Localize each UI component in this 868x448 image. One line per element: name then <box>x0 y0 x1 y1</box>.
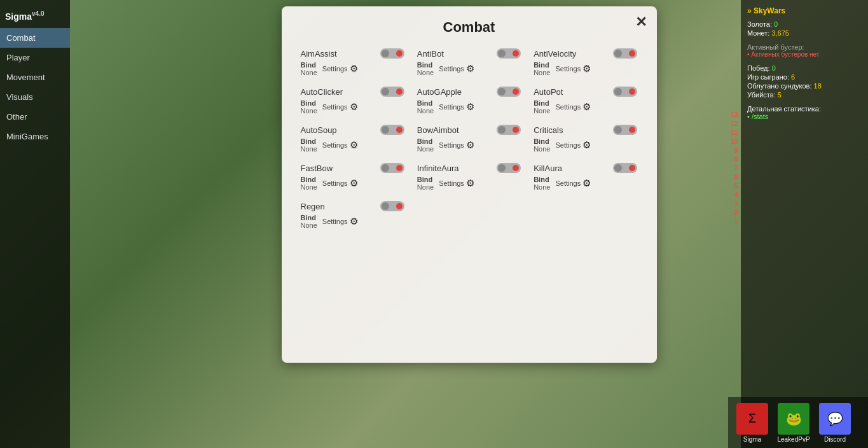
bind-section[interactable]: BindNone <box>417 176 434 191</box>
settings-label: Settings <box>555 179 581 187</box>
bind-section[interactable]: BindNone <box>417 99 434 115</box>
settings-label: Settings <box>322 103 348 111</box>
gear-icon: ⚙ <box>582 63 591 74</box>
gear-icon: ⚙ <box>350 216 358 227</box>
module-toggle-bowaimbot[interactable] <box>497 125 521 135</box>
bind-section[interactable]: BindNone <box>301 61 317 76</box>
module-toggle-antivelocity[interactable] <box>613 48 637 59</box>
module-toggle-fastbow[interactable] <box>380 163 404 173</box>
toggle-knob <box>614 164 622 172</box>
settings-button[interactable]: Settings⚙ <box>439 139 474 151</box>
sidebar-item-combat[interactable]: Combat <box>0 28 70 48</box>
app-title: Sigmav4.0 <box>0 6 70 28</box>
bind-section[interactable]: BindNone <box>534 137 550 153</box>
bind-section[interactable]: BindNone <box>301 99 317 115</box>
module-actions: BindNoneSettings⚙ <box>301 61 404 76</box>
module-name: KillAura <box>534 164 562 173</box>
settings-button[interactable]: Settings⚙ <box>322 178 358 189</box>
settings-button[interactable]: Settings⚙ <box>555 63 591 74</box>
settings-label: Settings <box>439 179 464 187</box>
modal-close-button[interactable]: ✕ <box>635 14 647 31</box>
bind-label: Bind <box>417 176 434 183</box>
settings-label: Settings <box>322 141 348 149</box>
settings-button[interactable]: Settings⚙ <box>555 139 591 151</box>
toggle-red-dot <box>513 50 519 57</box>
toggle-red-dot <box>513 165 519 171</box>
module-actions: BindNoneSettings⚙ <box>417 99 521 115</box>
module-toggle-antibot[interactable] <box>497 48 521 59</box>
module-toggle-criticals[interactable] <box>613 125 637 135</box>
icon-block-discord[interactable]: 💬Discord <box>816 403 854 443</box>
module-actions: BindNoneSettings⚙ <box>534 99 637 115</box>
bind-value: None <box>417 107 434 115</box>
bind-section[interactable]: BindNone <box>534 99 550 115</box>
module-toggle-autosoup[interactable] <box>380 125 404 135</box>
module-name: Regen <box>301 202 325 211</box>
gear-icon: ⚙ <box>350 63 358 74</box>
module-card-autoclicker: AutoClickerBindNoneSettings⚙ <box>301 87 404 115</box>
bind-value: None <box>534 183 550 191</box>
bind-section[interactable]: BindNone <box>417 61 434 76</box>
bind-label: Bind <box>301 99 317 107</box>
module-header-aimassist: AimAssist <box>301 48 404 59</box>
icon-block-leaked[interactable]: 🐸LeakedPvP <box>775 403 813 443</box>
sidebar-item-movement[interactable]: Movement <box>0 67 70 87</box>
toggle-knob <box>498 88 506 95</box>
module-actions: BindNoneSettings⚙ <box>417 137 521 153</box>
bind-value: None <box>417 145 434 153</box>
sidebar-item-player[interactable]: Player <box>0 48 70 67</box>
module-name: AntiVelocity <box>534 49 576 59</box>
settings-button[interactable]: Settings⚙ <box>555 178 591 189</box>
settings-button[interactable]: Settings⚙ <box>439 101 474 113</box>
bind-section[interactable]: BindNone <box>534 61 550 76</box>
module-name: FastBow <box>301 164 333 173</box>
bind-value: None <box>534 107 550 115</box>
settings-label: Settings <box>322 65 348 73</box>
settings-button[interactable]: Settings⚙ <box>439 178 474 189</box>
bind-section[interactable]: BindNone <box>417 137 434 153</box>
module-toggle-infiniteaura[interactable] <box>497 163 521 173</box>
bind-label: Bind <box>301 176 317 183</box>
toggle-red-dot <box>513 127 519 133</box>
sidebar-item-other[interactable]: Other <box>0 107 70 127</box>
settings-label: Settings <box>555 65 581 73</box>
sidebar: Sigmav4.0 CombatPlayerMovementVisualsOth… <box>0 0 70 448</box>
module-card-regen: RegenBindNoneSettings⚙ <box>301 201 404 229</box>
bottom-icons: ΣSigma🐸LeakedPvP💬Discord <box>728 397 868 448</box>
settings-button[interactable]: Settings⚙ <box>322 63 358 74</box>
icon-block-sigma[interactable]: ΣSigma <box>733 403 771 443</box>
module-toggle-autoclicker[interactable] <box>380 87 404 97</box>
sidebar-item-visuals[interactable]: Visuals <box>0 87 70 107</box>
module-header-antibot: AntiBot <box>417 48 521 59</box>
bind-label: Bind <box>301 214 317 221</box>
module-actions: BindNoneSettings⚙ <box>534 137 637 153</box>
bind-section[interactable]: BindNone <box>301 137 317 153</box>
bind-label: Bind <box>534 61 550 69</box>
module-card-killaura: KillAuraBindNoneSettings⚙ <box>534 163 637 191</box>
module-toggle-autopot[interactable] <box>613 87 637 97</box>
gear-icon: ⚙ <box>582 178 591 189</box>
modules-grid: AimAssistBindNoneSettings⚙AntiBotBindNon… <box>301 48 638 229</box>
module-name: AimAssist <box>301 49 337 59</box>
module-toggle-regen[interactable] <box>380 201 404 211</box>
sidebar-item-minigames[interactable]: MiniGames <box>0 127 70 146</box>
bind-section[interactable]: BindNone <box>301 214 317 229</box>
module-toggle-killaura[interactable] <box>613 163 637 173</box>
settings-button[interactable]: Settings⚙ <box>439 63 474 74</box>
gear-icon: ⚙ <box>350 139 358 151</box>
settings-button[interactable]: Settings⚙ <box>555 101 591 113</box>
module-toggle-aimassist[interactable] <box>380 48 404 59</box>
bind-value: None <box>301 145 317 153</box>
bind-section[interactable]: BindNone <box>534 176 550 191</box>
bind-section[interactable]: BindNone <box>301 176 317 191</box>
settings-button[interactable]: Settings⚙ <box>322 139 358 151</box>
module-name: InfiniteAura <box>417 164 459 173</box>
toggle-knob <box>614 88 622 95</box>
toggle-knob <box>382 202 389 210</box>
settings-label: Settings <box>439 103 464 111</box>
settings-label: Settings <box>322 179 348 187</box>
toggle-red-dot <box>396 127 403 133</box>
module-toggle-autogapple[interactable] <box>497 87 521 97</box>
settings-button[interactable]: Settings⚙ <box>322 101 358 113</box>
settings-button[interactable]: Settings⚙ <box>322 216 358 227</box>
